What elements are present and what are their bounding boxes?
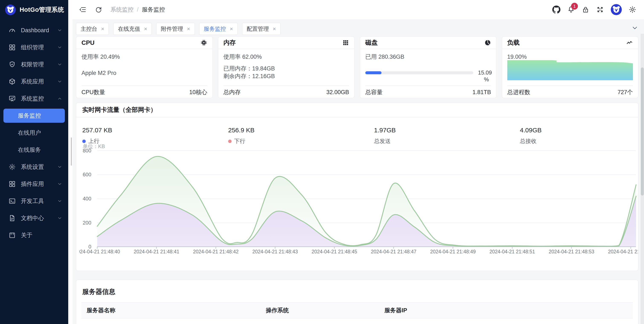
chevron-down-icon [57,164,62,169]
traffic-chart: 单位：KB 80060040020002024-04-21 21:48:4020… [79,141,638,269]
stat-cards-row: CPU 使用率 20.49% Apple M2 Pro CPU数量 10核心 内… [76,36,638,98]
tabs-dropdown-icon[interactable] [631,24,638,32]
disk-used: 已用 280.36GB [365,49,491,61]
column-header: 服务器名称 [82,303,260,318]
x-axis-label: 2024-04-21 21:48:45 [307,249,362,255]
server-os-cell: darwin [260,318,379,324]
close-icon[interactable]: × [144,26,147,32]
load-card: 负载 19.00% 总进程数 727个 [502,36,639,98]
sidebar-item-online-users[interactable]: 在线用户 [0,124,68,141]
sidebar-item-about[interactable]: 关于 [0,227,68,244]
tab-主控台[interactable]: 主控台× [76,23,109,35]
github-icon[interactable] [552,6,560,14]
sidebar-item-apps[interactable]: 系统应用 [0,73,68,90]
disk-card: 磁盘 已用 280.36GB 15.09 % [360,36,497,98]
close-icon[interactable]: × [230,26,233,32]
memory-footer-label: 总内存 [224,88,241,96]
page-scrollbar-track[interactable] [640,34,644,324]
server-card: 服务器信息 服务器名称操作系统服务器IP mengshuaideMBPdarwi… [76,280,638,324]
cpu-card-title: CPU [82,39,94,46]
x-axis-label: 2024-04-21 21:48:43 [247,249,303,255]
close-icon[interactable]: × [187,26,190,32]
sidebar-item-label: 开发工具 [21,197,57,205]
x-axis-label: 2024-04-21 21:48:41 [129,249,184,255]
sidebar-scrollbar-thumb[interactable] [71,137,72,166]
sidebar-item-label: 关于 [21,231,62,239]
server-table: 服务器名称操作系统服务器IP mengshuaideMBPdarwin191.2… [82,302,633,324]
terminal-icon [8,197,16,205]
app-logo[interactable]: HotGo管理系统 [0,0,68,20]
sidebar-item-label: 插件应用 [21,180,57,188]
sidebar-item-label: 组织管理 [21,44,57,51]
sidebar-menu: Dashboard组织管理权限管理系统应用系统监控服务监控在线用户在线服务系统设… [0,22,68,244]
x-axis-label: 2024-04-21 21:48:49 [425,249,481,255]
sidebar-item-monitor[interactable]: 系统监控 [0,90,68,107]
lock-icon[interactable] [582,6,590,14]
traffic-stat-value: 257.07 KB [82,126,228,134]
close-icon[interactable]: × [101,26,104,32]
load-card-title: 负载 [507,39,520,47]
cpu-usage: 使用率 20.49% [82,49,207,61]
dashboard-icon [8,27,16,34]
cube-icon [8,78,16,85]
tab-附件管理[interactable]: 附件管理× [156,23,195,35]
x-axis-label: 2024-04-21 21:48:47 [366,249,421,255]
avatar[interactable] [611,4,622,15]
refresh-icon[interactable] [95,6,102,14]
shield-icon [8,61,16,68]
tab-服务监控[interactable]: 服务监控× [199,23,238,35]
chevron-down-icon [57,198,62,204]
sidebar-item-settings[interactable]: 系统设置 [0,158,68,175]
server-ip-cell: 191.27 /.238 [379,318,633,324]
cpu-model: Apple M2 Pro [82,69,116,77]
sidebar-item-docs[interactable]: 文档中心 [0,210,68,227]
page-scrollbar-thumb[interactable] [641,68,644,195]
breadcrumb-current: 服务监控 [142,6,165,14]
app-title: HotGo管理系统 [20,6,64,14]
memory-free: 剩余内存：12.16GB [224,73,275,80]
fullscreen-icon[interactable] [596,6,604,14]
pie-chart-icon [484,39,491,46]
sidebar-item-service-monitor[interactable]: 服务监控 [4,109,65,123]
sidebar-item-label: 系统应用 [21,78,57,85]
doc-icon [8,214,16,222]
traffic-stat-value: 4.09GB [520,126,638,134]
sidebar-item-org[interactable]: 组织管理 [0,39,68,56]
sidebar-item-plugins[interactable]: 插件应用 [0,175,68,192]
close-icon[interactable]: × [273,26,276,32]
disk-progress: 15.09 % [365,69,492,83]
chevron-down-icon [57,216,62,221]
tab-在线充值[interactable]: 在线充值× [113,23,152,35]
sidebar-item-label: 文档中心 [21,214,57,222]
notifications-button[interactable]: 1 [567,6,575,14]
tab-label: 配置管理 [247,25,269,33]
sidebar-item-online-service[interactable]: 在线服务 [0,141,68,158]
sidebar-item-label: 权限管理 [21,61,57,68]
cpu-card: CPU 使用率 20.49% Apple M2 Pro CPU数量 10核心 [76,36,213,98]
x-axis-label: 2024-04-21 21:48:53 [544,249,599,255]
y-axis-label: 400 [79,195,91,202]
traffic-stat-value: 256.9 KB [228,126,374,134]
chevron-down-icon [57,28,62,33]
notification-badge: 1 [571,3,578,10]
chevron-down-icon [57,181,62,187]
sidebar-item-devtools[interactable]: 开发工具 [0,192,68,210]
main-area: 系统监控 / 服务监控 1 主控台×在线充值×附件管理×服务监控×配置管理× [72,0,644,324]
y-axis-label: 600 [79,171,91,178]
top-bar: 系统监控 / 服务监控 1 [72,0,644,19]
chevron-down-icon [57,62,62,67]
sidebar-item-dashboard[interactable]: Dashboard [0,22,68,39]
disk-footer-value: 1.81TB [472,89,491,96]
breadcrumb-parent[interactable]: 系统监控 [110,6,134,14]
tab-配置管理[interactable]: 配置管理× [242,23,281,35]
tab-label: 服务监控 [204,25,226,33]
sidebar-item-perm[interactable]: 权限管理 [0,56,68,73]
chevron-down-icon [57,45,62,50]
memory-card: 内存 使用率 62.00% 已用内存：19.84GB 剩余内存：12.16GB … [218,36,355,98]
disk-percent-unit: % [473,76,492,83]
memory-used: 已用内存：19.84GB [224,65,275,72]
monitor-icon [8,95,16,102]
disk-progress-track [365,71,473,74]
collapse-sidebar-icon[interactable] [79,6,86,14]
gear-icon[interactable] [629,6,636,14]
